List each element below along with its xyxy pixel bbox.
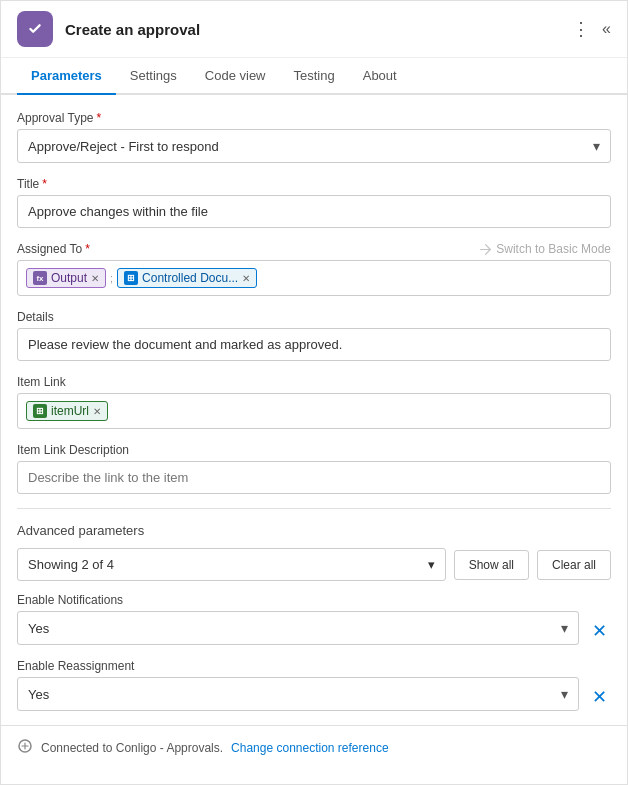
details-group: Details [17,310,611,361]
switch-mode-link[interactable]: Switch to Basic Mode [479,242,611,256]
enable-notifications-remove[interactable]: ✕ [587,619,611,643]
title-input[interactable] [17,195,611,228]
enable-reassignment-remove[interactable]: ✕ [587,685,611,709]
tag-controlled-doc-icon: ⊞ [124,271,138,285]
clear-all-button[interactable]: Clear all [537,550,611,580]
advanced-showing-dropdown[interactable]: Showing 2 of 4 ▾ [17,548,446,581]
header-actions: ⋮ « [572,18,611,40]
connection-icon [17,738,33,757]
advanced-params-label: Advanced parameters [17,523,611,538]
assigned-to-group: Assigned To * Switch to Basic Mode fx Ou… [17,242,611,296]
assigned-to-label: Assigned To * Switch to Basic Mode [17,242,611,256]
title-group: Title * [17,177,611,228]
details-label: Details [17,310,611,324]
advanced-params-section: Advanced parameters Showing 2 of 4 ▾ Sho… [17,523,611,711]
tag-controlled-doc[interactable]: ⊞ Controlled Docu... ✕ [117,268,257,288]
item-link-desc-group: Item Link Description [17,443,611,494]
required-star-title: * [42,177,47,191]
collapse-icon[interactable]: « [602,20,611,38]
approval-type-label: Approval Type * [17,111,611,125]
tag-output-close[interactable]: ✕ [91,273,99,284]
enable-notifications-dropdown[interactable]: Yes ▾ [17,611,579,645]
enable-notifications-arrow: ▾ [561,620,568,636]
enable-reassignment-field: Enable Reassignment Yes ▾ [17,659,579,711]
tag-item-url[interactable]: ⊞ itemUrl ✕ [26,401,108,421]
tag-item-url-label: itemUrl [51,404,89,418]
change-connection-link[interactable]: Change connection reference [231,741,388,755]
approval-type-value: Approve/Reject - First to respond [28,139,219,154]
app-icon [17,11,53,47]
tag-item-url-close[interactable]: ✕ [93,406,101,417]
advanced-params-row: Showing 2 of 4 ▾ Show all Clear all [17,548,611,581]
item-link-desc-label: Item Link Description [17,443,611,457]
approval-type-dropdown[interactable]: Approve/Reject - First to respond ▾ [17,129,611,163]
tag-controlled-doc-label: Controlled Docu... [142,271,238,285]
tag-controlled-doc-close[interactable]: ✕ [242,273,250,284]
tab-parameters[interactable]: Parameters [17,58,116,95]
enable-notifications-field: Enable Notifications Yes ▾ [17,593,579,645]
tag-output-icon: fx [33,271,47,285]
tab-about[interactable]: About [349,58,411,95]
required-star: * [97,111,102,125]
tag-separator: ; [110,272,113,284]
panel-title: Create an approval [65,21,572,38]
panel-footer: Connected to Conligo - Approvals. Change… [1,725,627,769]
showing-text: Showing 2 of 4 [28,557,114,572]
enable-reassignment-param: Enable Reassignment Yes ▾ ✕ [17,659,611,711]
item-link-group: Item Link ⊞ itemUrl ✕ [17,375,611,429]
enable-notifications-param: Enable Notifications Yes ▾ ✕ [17,593,611,645]
tab-bar: Parameters Settings Code view Testing Ab… [1,58,627,95]
approval-type-group: Approval Type * Approve/Reject - First t… [17,111,611,163]
item-link-desc-input[interactable] [17,461,611,494]
assigned-to-input[interactable]: fx Output ✕ ; ⊞ Controlled Docu... ✕ [17,260,611,296]
tab-testing[interactable]: Testing [280,58,349,95]
details-input[interactable] [17,328,611,361]
panel-content: Approval Type * Approve/Reject - First t… [1,95,627,711]
advanced-dropdown-arrow: ▾ [428,557,435,572]
more-options-icon[interactable]: ⋮ [572,18,590,40]
enable-notifications-label: Enable Notifications [17,593,579,607]
show-all-button[interactable]: Show all [454,550,529,580]
enable-reassignment-arrow: ▾ [561,686,568,702]
title-label: Title * [17,177,611,191]
tag-output[interactable]: fx Output ✕ [26,268,106,288]
dropdown-arrow-icon: ▾ [593,138,600,154]
section-divider [17,508,611,509]
panel-header: Create an approval ⋮ « [1,1,627,58]
tab-code-view[interactable]: Code view [191,58,280,95]
item-link-input[interactable]: ⊞ itemUrl ✕ [17,393,611,429]
connection-text: Connected to Conligo - Approvals. [41,741,223,755]
tag-output-label: Output [51,271,87,285]
tag-item-url-icon: ⊞ [33,404,47,418]
enable-reassignment-value: Yes [28,687,49,702]
item-link-label: Item Link [17,375,611,389]
tab-settings[interactable]: Settings [116,58,191,95]
required-star-assigned: * [85,242,90,256]
enable-reassignment-dropdown[interactable]: Yes ▾ [17,677,579,711]
enable-reassignment-label: Enable Reassignment [17,659,579,673]
enable-notifications-value: Yes [28,621,49,636]
